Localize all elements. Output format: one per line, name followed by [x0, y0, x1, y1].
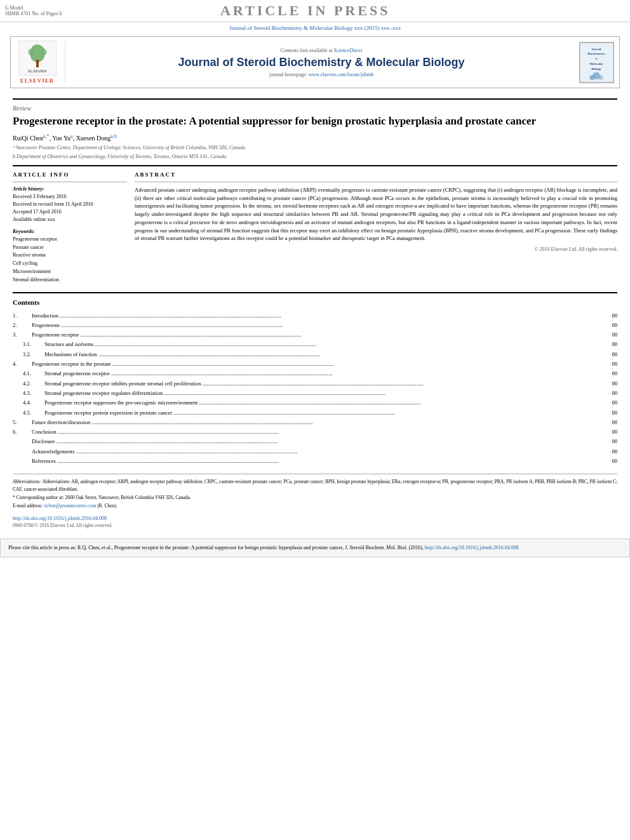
email-address[interactable]: richen@prostatecentre.com: [44, 503, 97, 509]
divider-after-authors: [13, 165, 617, 166]
toc-item-ack: Acknowledgements 00: [13, 447, 617, 457]
sciencedirect-link[interactable]: ScienceDirect: [334, 48, 363, 53]
toc-page-ref: 00: [605, 457, 617, 466]
contents-section: Contents 1. Introduction 00 2. Progester…: [13, 292, 617, 467]
received-revised-date: Received in revised form 11 April 2016: [13, 201, 127, 208]
toc-item-5: 5. Future direction/discussion 00: [13, 418, 617, 427]
toc-item-3-1: 3.1. Structure and isoforms 00: [13, 340, 617, 349]
email-line: E-mail address: richen@prostatecentre.co…: [13, 502, 617, 509]
toc-page-3-1: 00: [605, 340, 617, 349]
article-info-header: ARTICLE INFO: [13, 171, 127, 178]
svg-point-4: [41, 49, 47, 55]
author-dong: Xuesen Dong: [76, 135, 111, 142]
keywords-section: Keywords: Progesterone receptor Prostate…: [13, 229, 127, 284]
toc-page-1: 00: [605, 311, 617, 321]
bottom-section: Abbreviations: Abbreviations: AR, androg…: [13, 474, 617, 509]
journal-header-center: Contents lists available at ScienceDirec…: [70, 41, 572, 84]
toc-item-4-3: 4.3. Stromal progesterone receptor regul…: [13, 389, 617, 398]
doi-section: http://dx.doi.org/10.1016/j.jsbmb.2016.0…: [13, 514, 617, 528]
svg-point-3: [28, 49, 34, 55]
citation-footer: Please cite this article in press as: R.…: [0, 538, 630, 557]
corresponding-address: * Corresponding author at: 2660 Oak Stre…: [13, 495, 191, 500]
toc-label-3-2: Mechanisms of function: [44, 350, 605, 359]
copyright-line: © 2016 Elsevier Ltd. All rights reserved…: [135, 246, 617, 252]
history-label: Article history:: [13, 186, 127, 192]
citation-doi-link[interactable]: http://dx.doi.org/10.1016/j.jsbmb.2016.0…: [425, 545, 519, 550]
svg-rect-2: [36, 60, 39, 67]
keyword-2: Prostate cancer: [13, 244, 127, 252]
toc-label-3: Progesterone receptor: [32, 330, 605, 340]
toc-item-ref: References 00: [13, 457, 617, 466]
journal-homepage: journal homepage: www.elsevier.com/locat…: [269, 72, 373, 77]
journal-thumbnail: Steroid Biochemistry & Molecular Biology: [577, 41, 615, 84]
toc-num-1: 1.: [13, 311, 32, 321]
svg-point-14: [598, 75, 603, 80]
doi-link[interactable]: http://dx.doi.org/10.1016/j.jsbmb.2016.0…: [13, 516, 107, 521]
author-names: RuiQi Chen: [13, 135, 43, 142]
author-sup-a: a,*: [43, 133, 50, 139]
toc-item-4-2: 4.2. Stromal progesterone receptor inhib…: [13, 379, 617, 389]
toc-label-4-3: Stromal progesterone receptor regulates …: [44, 389, 605, 398]
toc-label-4: Progesterone receptor in the prostate: [32, 359, 605, 369]
keywords-label: Keywords:: [13, 229, 127, 234]
toc-num-4-5: 4.5.: [13, 408, 44, 418]
contents-title: Contents: [13, 298, 617, 306]
received-date: Received 3 February 2016: [13, 193, 127, 201]
toc-label-4-2: Stromal progesterone receptor inhibits p…: [44, 379, 605, 389]
accepted-date: Accepted 17 April 2016: [13, 208, 127, 216]
toc-page-2: 00: [605, 321, 617, 330]
journal-ref-line: Journal of Steroid Biochemistry & Molecu…: [0, 22, 630, 34]
abbreviations-text: Abbreviations: Abbreviations: AR, androg…: [13, 478, 617, 493]
toc-label-3-1: Structure and isoforms: [44, 340, 605, 349]
toc-label-disclosure: Disclosure: [32, 437, 605, 446]
svg-text:Molecular: Molecular: [589, 62, 603, 65]
toc-num-4-3: 4.3.: [13, 389, 44, 398]
toc-page-4-2: 00: [605, 379, 617, 389]
toc-item-4-5: 4.5. Progesterone receptor protein expre…: [13, 408, 617, 418]
main-content: Review Progesterone receptor in the pros…: [0, 91, 630, 531]
toc-num-3-1: 3.1.: [13, 340, 44, 349]
toc-page-disclosure: 00: [605, 437, 617, 446]
email-suffix: (R. Chen).: [97, 503, 117, 509]
article-title: Progesterone receptor in the prostate: A…: [13, 114, 617, 128]
toc-label-4-1: Stromal progesterone receptor: [44, 369, 605, 378]
toc-num-3-2: 3.2.: [13, 350, 44, 359]
journal-ref-text: Journal of Steroid Biochemistry & Molecu…: [229, 25, 401, 31]
toc-page-4-4: 00: [605, 398, 617, 408]
toc-page-5: 00: [605, 418, 617, 427]
toc-num-4-4: 4.4.: [13, 398, 44, 408]
contents-available: Contents lists available at ScienceDirec…: [281, 48, 363, 53]
affiliation-b: b Department of Obstetrics and Gynaecolo…: [13, 153, 617, 160]
homepage-url[interactable]: www.elsevier.com/locate/jsbmb: [309, 72, 373, 77]
email-label: E-mail address:: [13, 503, 43, 509]
available-online: Available online xxx: [13, 216, 127, 223]
keyword-1: Progesterone receptor: [13, 236, 127, 244]
toc-label-ack: Acknowledgements: [32, 447, 605, 457]
toc-page-ack: 00: [605, 447, 617, 457]
toc-page-6: 00: [605, 427, 617, 437]
author-sup-yu: a: [70, 133, 73, 139]
abstract-header: ABSTRACT: [135, 171, 617, 178]
toc-page-4-3: 00: [605, 389, 617, 398]
toc-num-3: 3.: [13, 330, 32, 340]
divider-info: [13, 182, 127, 182]
toc-item-3: 3. Progesterone receptor 00: [13, 330, 617, 340]
abbreviations-label: Abbreviations:: [13, 479, 42, 484]
toc-label-5: Future direction/discussion: [32, 418, 605, 427]
abstract-text: Advanced prostate cancer undergoing andr…: [135, 186, 617, 243]
toc-item-3-2: 3.2. Mechanisms of function 00: [13, 350, 617, 359]
citation-text: Please cite this article in press as: R.…: [8, 545, 424, 550]
toc-num-5: 5.: [13, 418, 32, 427]
divider-top: [13, 98, 617, 100]
toc-label-1: Introduction: [32, 311, 605, 321]
svg-point-13: [589, 75, 594, 80]
toc-item-6: 6. Conclusion 00: [13, 427, 617, 437]
authors: RuiQi Chena,*, Yue Yua, Xuesen Donga,b: [13, 133, 617, 142]
elsevier-logo-svg: ELSEVIER: [18, 41, 57, 76]
toc-page-3-2: 00: [605, 350, 617, 359]
svg-text:Steroid: Steroid: [591, 47, 601, 50]
toc-item-disclosure: Disclosure 00: [13, 437, 617, 446]
keyword-4: Cell cycling: [13, 260, 127, 268]
svg-text:ELSEVIER: ELSEVIER: [28, 69, 47, 73]
top-banner: G Model SBMB 4701 No. of Pages 6 ARTICLE…: [0, 0, 630, 22]
